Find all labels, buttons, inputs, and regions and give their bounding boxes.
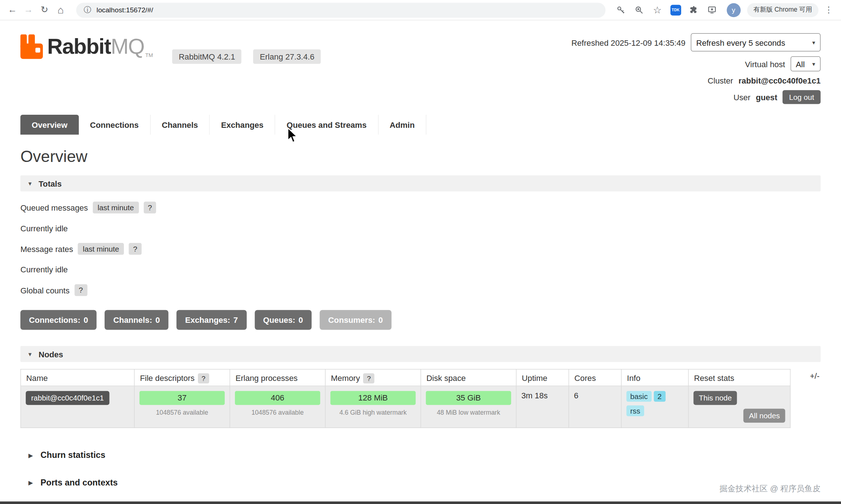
- home-icon[interactable]: ⌂: [53, 2, 69, 18]
- exchanges-count-chip: Exchanges: 7: [176, 310, 247, 330]
- expand-triangle-icon: ▶: [28, 452, 33, 459]
- reset-all-nodes-button[interactable]: All nodes: [744, 409, 785, 422]
- cores-cell: 6: [569, 386, 621, 428]
- col-cores: Cores: [569, 369, 621, 386]
- channels-count-value: 0: [155, 315, 160, 324]
- site-info-icon[interactable]: ⓘ: [84, 5, 91, 15]
- node-name-cell: rabbit@cc0c40f0e1c1: [21, 386, 134, 428]
- fd-help-badge[interactable]: ?: [198, 373, 209, 383]
- queued-period-badge[interactable]: last minute: [93, 202, 139, 213]
- nodes-header-row: Name File descriptors? Erlang processes …: [21, 369, 790, 386]
- global-counts-label: Global counts: [20, 286, 69, 295]
- disk-space-cell: 35 GiB 48 MiB low watermark: [421, 386, 516, 428]
- consumers-count-label: Consumers:: [328, 315, 375, 324]
- global-counts-help-badge[interactable]: ?: [74, 284, 87, 296]
- tab-connections[interactable]: Connections: [79, 115, 151, 135]
- memory-help-badge[interactable]: ?: [363, 373, 374, 383]
- refresh-interval-select[interactable]: Refresh every 5 seconds ▾: [691, 33, 820, 52]
- section-ports-and-contexts[interactable]: ▶ Ports and contexts: [20, 478, 821, 488]
- browser-chrome: ← → ↻ ⌂ ⓘ localhost:15672/#/ ☆ TDK y 有新版…: [0, 0, 841, 20]
- bookmark-star-icon[interactable]: ☆: [649, 2, 665, 18]
- col-uptime: Uptime: [516, 369, 569, 386]
- reload-icon[interactable]: ↻: [36, 2, 52, 18]
- url-text[interactable]: localhost:15672/#/: [97, 6, 153, 14]
- refresh-interval-value: Refresh every 5 seconds: [696, 38, 785, 47]
- chrome-update-button[interactable]: 有新版 Chrome 可用: [747, 3, 818, 17]
- memory-cell: 128 MiB 4.6 GiB high watermark: [325, 386, 421, 428]
- col-file-descriptors: File descriptors?: [134, 369, 230, 386]
- memory-meter: 128 MiB: [330, 391, 416, 405]
- forward-icon[interactable]: →: [20, 2, 36, 18]
- nodes-section-header[interactable]: ▼ Nodes: [20, 346, 821, 362]
- queued-status: Currently idle: [20, 224, 821, 233]
- menu-dots-icon[interactable]: ⋮: [821, 2, 837, 18]
- rates-help-badge[interactable]: ?: [129, 243, 142, 255]
- connections-count-value: 0: [84, 315, 88, 324]
- tab-overview[interactable]: Overview: [20, 115, 79, 135]
- logo-tm: TM: [145, 52, 153, 58]
- section-churn-statistics[interactable]: ▶ Churn statistics: [20, 451, 821, 460]
- chevron-down-icon: ▾: [812, 60, 815, 67]
- connections-count-chip: Connections: 0: [20, 310, 97, 330]
- extensions-puzzle-icon[interactable]: [686, 2, 702, 18]
- info-badge-basic: basic: [626, 391, 651, 402]
- extension-tdk-icon[interactable]: TDK: [670, 5, 681, 16]
- virtual-host-label: Virtual host: [745, 59, 785, 68]
- consumers-count-value: 0: [378, 315, 383, 324]
- rabbitmq-version-badge: RabbitMQ 4.2.1: [172, 49, 242, 64]
- channels-count-chip: Channels: 0: [105, 310, 168, 330]
- disk-space-detail: 48 MiB low watermark: [426, 409, 511, 416]
- totals-section-title: Totals: [38, 179, 62, 188]
- cluster-label: Cluster: [708, 76, 733, 85]
- nodes-table: Name File descriptors? Erlang processes …: [20, 369, 791, 428]
- rates-period-badge[interactable]: last minute: [78, 243, 124, 255]
- nodes-table-wrap: Name File descriptors? Erlang processes …: [20, 369, 821, 428]
- queued-messages-label: Queued messages: [20, 203, 88, 212]
- logo-text-secondary: MQ: [111, 33, 144, 59]
- exchanges-count-value: 7: [233, 315, 238, 324]
- logout-button[interactable]: Log out: [783, 90, 820, 104]
- watermark-text: 掘金技术社区 @ 程序员鱼皮: [719, 484, 821, 494]
- global-counts-stats: Connections: 0 Channels: 0 Exchanges: 7 …: [20, 310, 821, 330]
- chrome-toolbar-right: ☆ TDK y 有新版 Chrome 可用 ⋮: [613, 2, 837, 18]
- col-erlang-processes: Erlang processes: [230, 369, 325, 386]
- user-name: guest: [756, 93, 777, 102]
- rabbitmq-app: Rabbit MQ TM RabbitMQ 4.2.1 Erlang 27.3.…: [0, 33, 841, 504]
- queues-count-label: Queues:: [263, 315, 296, 324]
- col-memory: Memory?: [325, 369, 421, 386]
- rabbitmq-logo[interactable]: Rabbit MQ TM: [20, 33, 153, 61]
- page-title: Overview: [20, 147, 821, 166]
- nodes-section-title: Nodes: [38, 349, 63, 358]
- col-name: Name: [21, 369, 134, 386]
- tab-exchanges[interactable]: Exchanges: [210, 115, 276, 135]
- mouse-cursor: [288, 128, 299, 146]
- screen: ← → ↻ ⌂ ⓘ localhost:15672/#/ ☆ TDK y 有新版…: [0, 0, 841, 504]
- node-row: rabbit@cc0c40f0e1c1 37 1048576 available…: [21, 386, 790, 428]
- version-badges: RabbitMQ 4.2.1 Erlang 27.3.4.6: [172, 49, 321, 64]
- message-rates-row: Message rates last minute ?: [20, 243, 821, 255]
- rabbitmq-logo-icon: [20, 34, 43, 61]
- memory-detail: 4.6 GiB high watermark: [330, 409, 416, 416]
- queued-help-badge[interactable]: ?: [143, 202, 156, 213]
- back-icon[interactable]: ←: [4, 2, 20, 18]
- chevron-down-icon: ▾: [812, 39, 815, 46]
- url-bar[interactable]: ⓘ localhost:15672/#/: [76, 3, 605, 17]
- virtual-host-select[interactable]: All ▾: [791, 56, 821, 71]
- col-reset-stats: Reset stats: [688, 369, 791, 386]
- col-disk-space: Disk space: [421, 369, 516, 386]
- install-app-icon[interactable]: [704, 2, 720, 18]
- profile-avatar[interactable]: y: [727, 3, 740, 17]
- section-label: Churn statistics: [40, 451, 105, 460]
- node-name-badge[interactable]: rabbit@cc0c40f0e1c1: [26, 391, 109, 405]
- queues-count-chip: Queues: 0: [255, 310, 312, 330]
- bottom-edge-bar: [0, 501, 841, 504]
- columns-toggle-button[interactable]: +/-: [809, 369, 820, 382]
- collapse-triangle-icon: ▼: [27, 180, 33, 186]
- global-counts-row: Global counts ?: [20, 284, 821, 296]
- tab-admin[interactable]: Admin: [378, 115, 426, 135]
- zoom-icon[interactable]: [631, 2, 647, 18]
- totals-section-header[interactable]: ▼ Totals: [20, 175, 821, 191]
- tab-channels[interactable]: Channels: [150, 115, 210, 135]
- reset-this-node-button[interactable]: This node: [694, 391, 737, 405]
- password-key-icon[interactable]: [613, 2, 629, 18]
